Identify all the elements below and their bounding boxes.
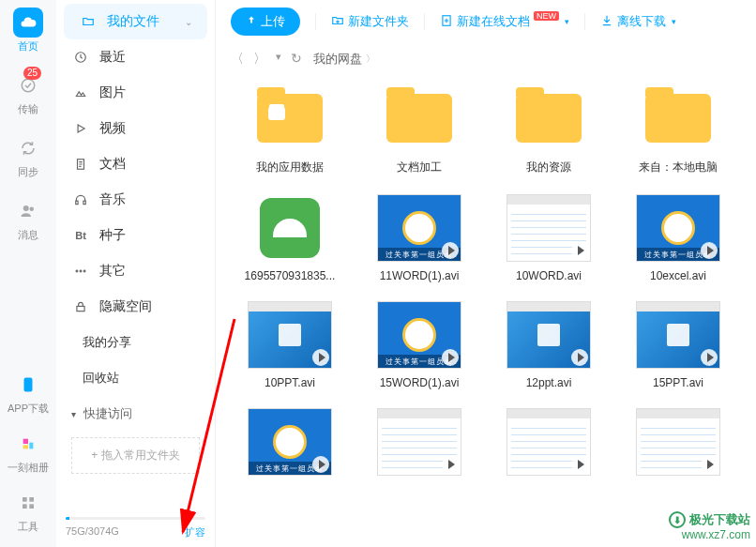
storage-text: 75G/3074G (66, 525, 119, 539)
sidebar-item-label: 最近 (99, 49, 126, 66)
sidebar-item-other[interactable]: 其它 (56, 253, 215, 289)
chevron-right-icon: 〉 (366, 53, 375, 66)
people-icon (13, 196, 43, 226)
file-item[interactable]: 过关事第一组员录 (234, 408, 345, 483)
play-icon (312, 456, 329, 473)
svg-rect-5 (29, 497, 34, 502)
chevron-down-icon: ▾ (71, 409, 76, 419)
file-item[interactable]: 过关事第一组员录11WORD(1).avi (364, 194, 475, 282)
file-label: 15WORD(1).avi (380, 376, 460, 389)
file-item[interactable]: 过关事第一组员录10excel.avi (623, 194, 733, 282)
file-item[interactable]: 我的应用数据 (234, 84, 345, 175)
play-icon (442, 456, 459, 473)
file-label: 来自：本地电脑 (639, 160, 718, 175)
sidebar-quickaccess-header[interactable]: ▾ 快捷访问 (56, 396, 215, 432)
new-online-doc-button[interactable]: 新建在线文档 NEW ▾ (440, 13, 569, 30)
new-tag-badge: NEW (534, 11, 559, 21)
file-item[interactable]: 15PPT.avi (623, 301, 733, 389)
sidebar-item-headphone[interactable]: 音乐 (56, 182, 215, 218)
rail-message[interactable]: 消息 (13, 196, 43, 242)
album-icon (13, 429, 43, 459)
file-label: 15PPT.avi (653, 376, 703, 389)
sidebar: 我的文件⌄最近图片视频文档音乐Bt种子其它隐藏空间 我的分享 回收站 ▾ 快捷访… (56, 0, 216, 547)
nav-dropdown-button[interactable]: ▾ (276, 51, 281, 68)
breadcrumb-bar: 〈 〉 ▾ ↻ 我的网盘 〉 (216, 43, 756, 75)
sidebar-item-clock[interactable]: 最近 (56, 39, 215, 75)
sidebar-item-play[interactable]: 视频 (56, 111, 215, 146)
video-thumbnail (377, 408, 461, 476)
file-item[interactable]: 来自：本地电脑 (623, 84, 733, 175)
chevron-down-icon: ▾ (565, 17, 569, 26)
rail-tools[interactable]: 工具 (8, 488, 49, 534)
offline-download-button[interactable]: 离线下载 ▾ (600, 13, 676, 30)
svg-point-1 (23, 205, 29, 211)
sidebar-recycle[interactable]: 回收站 (56, 360, 215, 396)
image-icon (71, 86, 90, 99)
video-thumbnail: 过关事第一组员录 (636, 194, 720, 262)
video-thumbnail (507, 194, 591, 262)
file-label: 10PPT.avi (265, 376, 315, 389)
breadcrumb-path[interactable]: 我的网盘 〉 (313, 51, 375, 68)
rail-home[interactable]: 首页 (13, 8, 43, 53)
file-item[interactable]: 10PPT.avi (234, 301, 345, 389)
bt-icon: Bt (71, 230, 90, 241)
file-label: 我的资源 (526, 160, 571, 175)
video-thumbnail (636, 301, 720, 369)
apk-icon (248, 194, 332, 262)
file-item[interactable] (623, 408, 733, 483)
grid-icon (13, 488, 43, 518)
nav-forward-button[interactable]: 〉 (253, 51, 266, 68)
storage-meter: 75G/3074G 扩容 (56, 513, 215, 547)
clock-icon (71, 51, 90, 64)
chevron-down-icon: ⌄ (185, 17, 192, 27)
storage-expand-link[interactable]: 扩容 (185, 525, 205, 539)
download-icon (600, 14, 613, 30)
headphone-icon (71, 193, 90, 206)
play-icon (442, 242, 459, 259)
video-thumbnail (636, 408, 720, 476)
svg-rect-10 (76, 201, 78, 205)
sidebar-item-label: 其它 (99, 263, 126, 280)
folder-icon (507, 84, 591, 152)
rail-transfer[interactable]: 25 传输 (13, 70, 43, 116)
file-item[interactable]: 10WORD.avi (493, 194, 604, 282)
video-thumbnail (507, 301, 591, 369)
play-icon (571, 242, 588, 259)
rail-sync[interactable]: 同步 (13, 133, 43, 179)
file-item[interactable]: 文档加工 (364, 84, 475, 175)
file-item[interactable]: 12ppt.avi (493, 301, 604, 389)
left-rail: 首页 25 传输 同步 消息 APP (0, 0, 56, 547)
file-item[interactable]: 我的资源 (493, 84, 604, 175)
lock-icon (71, 300, 90, 313)
file-item[interactable]: 过关事第一组员录15WORD(1).avi (364, 301, 475, 389)
play-icon (571, 349, 588, 366)
svg-rect-15 (77, 306, 84, 311)
quickaccess-dropzone[interactable]: + 拖入常用文件夹 (71, 437, 200, 474)
file-label: 11WORD(1).avi (380, 269, 460, 282)
sidebar-item-label: 我的文件 (107, 13, 159, 30)
file-item[interactable] (493, 408, 604, 483)
file-item[interactable]: 1695570931835... (234, 194, 345, 282)
sidebar-item-bt[interactable]: Bt种子 (56, 218, 215, 253)
nav-refresh-button[interactable]: ↻ (291, 51, 302, 68)
svg-point-12 (76, 270, 78, 272)
rail-app-download[interactable]: APP下载 (8, 370, 49, 416)
sidebar-myshare[interactable]: 我的分享 (56, 325, 215, 360)
new-folder-button[interactable]: 新建文件夹 (331, 13, 409, 30)
sidebar-item-folder[interactable]: 我的文件⌄ (64, 4, 207, 39)
rail-album[interactable]: 一刻相册 (8, 429, 49, 475)
file-item[interactable] (364, 408, 475, 483)
folder-icon (79, 15, 98, 28)
svg-rect-11 (83, 201, 85, 205)
new-folder-icon (331, 14, 344, 30)
new-doc-icon (440, 14, 453, 30)
folder-icon (636, 84, 720, 152)
chevron-down-icon: ▾ (672, 17, 676, 26)
sidebar-item-image[interactable]: 图片 (56, 75, 215, 111)
nav-back-button[interactable]: 〈 (231, 51, 244, 68)
upload-button[interactable]: 上传 (231, 8, 300, 36)
sidebar-item-doc[interactable]: 文档 (56, 146, 215, 182)
sidebar-item-lock[interactable]: 隐藏空间 (56, 289, 215, 325)
svg-rect-7 (29, 504, 34, 509)
phone-icon (13, 370, 43, 400)
